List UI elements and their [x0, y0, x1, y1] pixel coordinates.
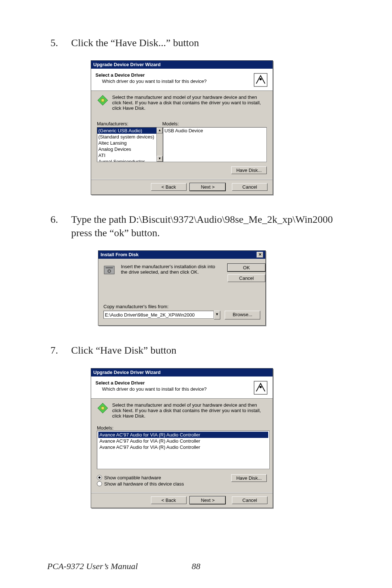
browse-button[interactable]: Browse... [225, 311, 260, 319]
model-item[interactable]: Avance AC'97 Audio for VIA (R) Audio Con… [98, 444, 268, 450]
cancel-button[interactable]: Cancel [232, 496, 268, 504]
manual-title: PCA-9372 User’s Manual [47, 561, 138, 571]
manufacturer-item[interactable]: (Generic USB Audio) [97, 128, 163, 134]
path-input[interactable] [103, 311, 214, 319]
manufacturer-item[interactable]: Aureal Semiconductor [97, 158, 163, 162]
svg-rect-5 [106, 267, 113, 268]
svg-point-1 [260, 78, 262, 80]
wizard2-header-title: Select a Device Driver [95, 380, 249, 386]
model-item[interactable]: Avance AC'97 Audio for VIA (R) Audio Con… [98, 432, 268, 438]
scroll-up-icon[interactable]: ▲ [157, 128, 163, 133]
models-listbox[interactable]: USB Audio Device [163, 127, 267, 162]
chevron-down-icon[interactable]: ▼ [214, 311, 220, 319]
step-7-number: 7. [47, 344, 58, 357]
wizard1-title: Upgrade Device Driver Wizard [93, 61, 161, 69]
manufacturer-item[interactable]: (Standard system devices) [97, 134, 163, 140]
step-5-number: 5. [47, 36, 58, 49]
radio-checked-icon [97, 475, 102, 480]
manufacturer-item[interactable]: Analog Devices [97, 146, 163, 152]
ifd-title: Install From Disk [101, 251, 139, 259]
wizard1-header-title: Select a Device Driver [95, 72, 249, 78]
models-listbox-2[interactable]: Avance AC'97 Audio for VIA (R) Audio Con… [97, 431, 270, 469]
radio-unchecked-icon [97, 481, 102, 486]
step-5-text: Click the “Have Disk...” button [71, 36, 345, 49]
next-button[interactable]: Next > [190, 496, 225, 504]
back-button[interactable]: < Back [151, 496, 187, 504]
figure-install-from-disk: Install From Disk ✕ Insert the manufactu… [98, 250, 345, 326]
radio-compat-label: Show compatible hardware [104, 475, 161, 480]
radio-show-compatible[interactable]: Show compatible hardware [97, 475, 231, 480]
svg-rect-11 [101, 407, 104, 410]
wizard2-footer: < Back Next > Cancel [91, 492, 273, 508]
wizard1-footer: < Back Next > Cancel [91, 179, 273, 194]
ok-button[interactable]: OK [228, 264, 265, 271]
wizard1-header-sub: Which driver do you want to install for … [102, 78, 249, 84]
next-button[interactable]: Next > [190, 183, 225, 191]
manufacturer-item[interactable]: Altec Lansing [97, 140, 163, 146]
model-item[interactable]: Avance AC'97 Audio for VIA (R) Audio Con… [98, 438, 268, 444]
svg-point-7 [109, 270, 110, 272]
wizard2-titlebar: Upgrade Device Driver Wizard [91, 368, 273, 376]
step-5: 5. Click the “Have Disk...” button [47, 36, 345, 49]
svg-rect-3 [101, 99, 104, 102]
cancel-button[interactable]: Cancel [232, 183, 268, 191]
figure-wizard-2: Upgrade Device Driver Wizard Select a De… [91, 368, 345, 508]
manufacturer-item[interactable]: ATI [97, 152, 163, 158]
manufacturers-label: Manufacturers: [97, 121, 162, 126]
floppy-disk-icon [103, 264, 116, 276]
models-label-2: Models: [97, 425, 267, 431]
step-7-text: Click “Have Disk” button [71, 344, 345, 357]
have-disk-button[interactable]: Have Disk... [231, 166, 267, 174]
document-page: 5. Click the “Have Disk...” button Upgra… [0, 0, 392, 588]
back-button[interactable]: < Back [151, 183, 187, 191]
step-6-number: 6. [47, 213, 58, 239]
wizard1-header-icon [253, 72, 268, 88]
wizard2-title: Upgrade Device Driver Wizard [93, 368, 161, 376]
step-6: 6. Type the path D:\Biscuit\9372\Audio\9… [47, 213, 345, 239]
close-icon[interactable]: ✕ [257, 252, 263, 258]
manufacturers-listbox[interactable]: (Generic USB Audio) (Standard system dev… [97, 127, 163, 162]
step-6-text: Type the path D:\Biscuit\9372\Audio\98se… [71, 213, 345, 239]
models-label: Models: [162, 121, 267, 126]
figure-wizard-1: Upgrade Device Driver Wizard Select a De… [91, 60, 345, 195]
radio-show-all[interactable]: Show all hardware of this device class [97, 481, 231, 487]
ifd-titlebar: Install From Disk ✕ [98, 251, 265, 259]
wizard2-header-sub: Which driver do you want to install for … [102, 386, 249, 392]
ifd-message: Insert the manufacturer's installation d… [121, 264, 222, 275]
wizard1-titlebar: Upgrade Device Driver Wizard [91, 61, 273, 69]
svg-point-9 [260, 386, 262, 388]
driver-diamond-icon [97, 402, 109, 414]
page-footer: PCA-9372 User’s Manual 88 [47, 561, 345, 571]
copy-from-label: Copy manufacturer's files from: [103, 304, 260, 309]
radio-all-label: Show all hardware of this device class [104, 481, 184, 487]
driver-diamond-icon [97, 94, 109, 106]
install-from-disk-dialog: Install From Disk ✕ Insert the manufactu… [98, 250, 266, 326]
step-7: 7. Click “Have Disk” button [47, 344, 345, 357]
cancel-button[interactable]: Cancel [228, 274, 265, 282]
wizard2-header: Select a Device Driver Which driver do y… [91, 376, 273, 399]
scroll-down-icon[interactable]: ▼ [157, 156, 163, 162]
wizard2-header-icon [253, 380, 268, 395]
wizard-window-2: Upgrade Device Driver Wizard Select a De… [91, 368, 273, 508]
have-disk-button[interactable]: Have Disk... [231, 474, 267, 482]
wizard1-info-text: Select the manufacturer and model of you… [112, 94, 267, 111]
wizard2-info-text: Select the manufacturer and model of you… [112, 402, 267, 419]
model-item[interactable]: USB Audio Device [163, 128, 266, 134]
wizard1-header: Select a Device Driver Which driver do y… [91, 69, 273, 91]
wizard-window-1: Upgrade Device Driver Wizard Select a De… [91, 60, 273, 195]
manufacturers-scrollbar[interactable]: ▲ ▼ [156, 128, 163, 162]
